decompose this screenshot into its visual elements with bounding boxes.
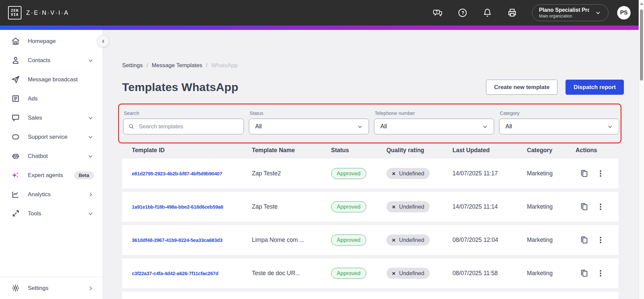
- column-header-template-name: Template Name: [252, 147, 331, 154]
- last-updated: 14/07/2025 11:14: [452, 203, 527, 210]
- breadcrumb-message-templates[interactable]: Message Templates: [152, 62, 202, 69]
- template-id-link[interactable]: 1a91e1bb-f18b-498a-bbe2-618d6ceb59a8: [132, 204, 252, 210]
- organization-selector[interactable]: Plano Specialist Pro... Main organizatio…: [532, 4, 608, 21]
- analytics-icon: [11, 190, 20, 199]
- breadcrumb: Settings / Message Templates / WhatsApp: [122, 62, 644, 69]
- chevron-down-icon: [87, 134, 94, 140]
- copy-icon[interactable]: [580, 269, 589, 278]
- sidebar-item-label: Settings: [28, 285, 48, 292]
- printer-icon[interactable]: [507, 8, 517, 18]
- quality-rating-badge: ✕Undefined: [386, 168, 430, 179]
- ticket-icon: [11, 132, 20, 141]
- sidebar-item-label: Ads: [28, 95, 38, 102]
- chevron-right-icon: [87, 285, 94, 292]
- quality-rating-label: Undefined: [399, 270, 424, 276]
- scrollbar-up-arrow[interactable]: [640, 2, 643, 5]
- home-icon: [11, 37, 20, 46]
- kebab-menu-icon[interactable]: [596, 236, 605, 245]
- column-header-status: Status: [331, 147, 386, 154]
- quality-rating-badge: ✕Undefined: [386, 201, 430, 212]
- support-chat-icon[interactable]: ?: [433, 8, 443, 18]
- top-bar: ZENVIA Z·E·N·V·I·A ? ?: [0, 0, 644, 26]
- last-updated: 08/07/2025 12:04: [452, 237, 527, 244]
- kebab-menu-icon[interactable]: [596, 202, 605, 211]
- chevron-right-icon: [87, 191, 94, 198]
- breadcrumb-whatsapp: WhatsApp: [211, 62, 237, 69]
- status-filter-label: Status: [250, 111, 369, 116]
- create-new-template-button[interactable]: Create new template: [486, 80, 557, 95]
- beta-badge: Beta: [74, 171, 94, 179]
- dispatch-report-button[interactable]: Dispatch report: [566, 80, 624, 95]
- column-header-template-id: Template ID: [132, 147, 252, 154]
- gear-icon: [11, 284, 20, 293]
- sidebar-item-settings[interactable]: Settings: [0, 278, 103, 298]
- sidebar-item-chatbot[interactable]: Chatbot: [0, 146, 103, 166]
- category-filter-value: All: [505, 123, 512, 130]
- chevron-left-icon: [100, 38, 106, 44]
- category: Marketing: [527, 203, 576, 210]
- chevron-down-icon: [595, 9, 601, 16]
- template-id-link[interactable]: c3f22a37-c4fa-4d42-a626-7f11cfac267d: [132, 271, 252, 276]
- scrollbar-thumb[interactable]: [640, 9, 643, 81]
- quality-rating-badge: ✕Undefined: [386, 234, 430, 246]
- status-badge-label: Approved: [337, 237, 361, 243]
- category: Marketing: [527, 237, 576, 244]
- search-label: Search: [124, 111, 244, 116]
- chevron-down-icon: [87, 115, 94, 121]
- status-filter-value: All: [255, 123, 262, 130]
- kebab-menu-icon[interactable]: [596, 269, 605, 278]
- help-icon[interactable]: ?: [458, 8, 468, 18]
- sidebar-collapse-button[interactable]: [97, 35, 109, 47]
- breadcrumb-settings[interactable]: Settings: [122, 62, 143, 69]
- chevron-down-icon: [607, 123, 613, 130]
- sidebar-item-label: Analytics: [28, 191, 51, 198]
- avatar-initials: PS: [620, 9, 628, 16]
- sidebar-item-label: Expert agents: [28, 172, 63, 179]
- last-updated: 08/07/2025 11:58: [452, 270, 527, 277]
- sidebar-item-analytics[interactable]: Analytics: [0, 185, 103, 204]
- chevron-down-icon: [87, 57, 94, 64]
- status-filter-select[interactable]: All: [249, 119, 369, 134]
- sidebar-item-contacts[interactable]: Contacts: [0, 51, 103, 70]
- quality-rating-label: Undefined: [399, 237, 424, 243]
- copy-icon[interactable]: [580, 202, 589, 211]
- search-input[interactable]: [138, 123, 239, 130]
- page-scrollbar[interactable]: [639, 0, 644, 299]
- sidebar-item-support-service[interactable]: Support service: [0, 127, 103, 146]
- zenvia-logo[interactable]: ZENVIA Z·E·N·V·I·A: [8, 6, 69, 19]
- sidebar-item-expert-agents[interactable]: Expert agents Beta: [0, 166, 103, 185]
- table-row: [122, 292, 619, 299]
- sidebar-item-sales[interactable]: Sales: [0, 108, 103, 127]
- column-header-actions: Actions: [576, 147, 619, 154]
- sidebar-item-label: Homepage: [28, 38, 56, 45]
- organization-name: Plano Specialist Pro...: [539, 7, 589, 13]
- breadcrumb-separator: /: [146, 62, 148, 69]
- x-icon: ✕: [392, 271, 396, 276]
- template-name: Zap Teste2: [252, 170, 331, 177]
- organization-subtitle: Main organization: [539, 14, 589, 18]
- template-id-link[interactable]: 361ddf48-2967-41b9-8224-5ea33ca683d3: [132, 238, 252, 243]
- svg-text:?: ?: [462, 10, 464, 15]
- sidebar-item-tools[interactable]: Tools: [0, 204, 103, 223]
- ads-icon: [11, 94, 20, 103]
- copy-icon[interactable]: [580, 236, 589, 245]
- category-filter-select[interactable]: All: [499, 119, 619, 134]
- sidebar-item-ads[interactable]: Ads: [0, 89, 103, 108]
- last-updated: 14/07/2025 11:17: [452, 170, 527, 177]
- zenvia-logo-icon: ZENVIA: [8, 6, 21, 19]
- sidebar-item-label: Support service: [28, 134, 67, 140]
- sidebar-item-label: Contacts: [28, 57, 50, 64]
- x-icon: ✕: [392, 204, 396, 210]
- sidebar-item-label: Tools: [28, 210, 41, 217]
- sidebar-item-label: Message broadcast: [28, 76, 77, 83]
- kebab-menu-icon[interactable]: [596, 169, 605, 178]
- telephone-filter-select[interactable]: All: [374, 119, 494, 134]
- template-id-link[interactable]: e81d2795-2923-4b2b-bf87-4bf5d9b90407: [132, 171, 252, 176]
- sidebar-item-label: Chatbot: [28, 153, 48, 160]
- main-content: Settings / Message Templates / WhatsApp …: [103, 30, 644, 299]
- sidebar-item-message-broadcast[interactable]: Message broadcast: [0, 70, 103, 89]
- notifications-bell-icon[interactable]: [482, 8, 492, 18]
- sidebar-item-homepage[interactable]: Homepage: [0, 32, 103, 51]
- user-avatar[interactable]: PS: [617, 6, 631, 19]
- copy-icon[interactable]: [580, 169, 589, 178]
